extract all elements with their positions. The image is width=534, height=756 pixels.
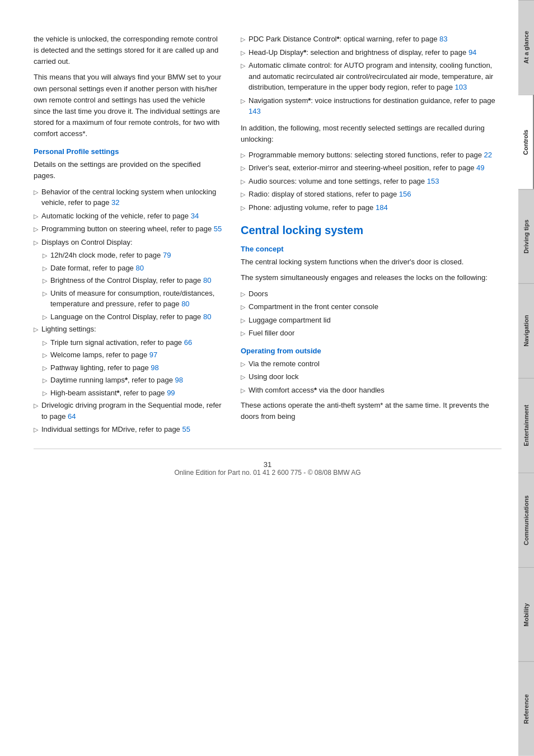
list-item: ▷ Drivelogic driving program in the Sequ… [34,400,224,422]
sidebar-item-mobility[interactable]: Mobility [518,567,534,662]
list-item: ▷ Triple turn signal activation, refer t… [43,337,224,348]
arrow-icon: ▷ [241,61,245,71]
link-80b[interactable]: 80 [203,276,211,284]
sidebar-tabs: At a glance Controls Driving tips Naviga… [518,0,534,756]
tab-label: Communications [523,495,530,545]
link-79[interactable]: 79 [163,251,171,259]
link-64[interactable]: 64 [68,412,76,421]
list-item: ▷ Pathway lighting, refer to page 98 [43,362,224,374]
tab-label: Mobility [523,603,530,627]
arrow-icon: ▷ [43,363,47,373]
arrow-icon: ▷ [34,401,38,410]
list-item: ▷ Luggage compartment lid [241,315,502,326]
tab-label: Controls [522,129,529,155]
arrow-icon: ▷ [43,289,47,298]
link-99[interactable]: 99 [167,389,175,397]
list-item: ▷ Programmable memory buttons: selecting… [241,150,502,161]
list-item: ▷ Phone: adjusting volume, refer to page… [241,202,502,213]
list-item: ▷ Using door lock [241,371,502,382]
list-item: ▷ Behavior of the central locking system… [34,186,224,208]
sidebar-item-navigation[interactable]: Navigation [518,283,534,378]
arrow-icon: ▷ [241,290,245,299]
link-83[interactable]: 83 [439,35,447,43]
arrow-icon: ▷ [34,188,38,197]
personal-profile-heading: Personal Profile settings [34,147,224,156]
arrow-icon: ▷ [241,203,245,213]
main-content: the vehicle is unlocked, the correspondi… [0,0,518,756]
list-item: ▷ Fuel filler door [241,328,502,339]
arrow-icon: ▷ [241,151,245,160]
arrow-icon: ▷ [241,96,245,106]
link-97[interactable]: 97 [149,351,157,359]
arrow-icon: ▷ [241,48,245,58]
arrow-icon: ▷ [34,238,38,248]
list-item: ▷ Navigation system*: voice instructions… [241,95,502,117]
list-item: ▷ With comfort access* via the door hand… [241,385,502,396]
recalled-intro: In addition, the following, most recentl… [241,123,502,145]
list-item: ▷ Lighting settings: [34,324,224,335]
locks-list: ▷ Doors ▷ Compartment in the front cente… [241,288,502,339]
arrow-icon: ▷ [43,251,47,260]
arrow-icon: ▷ [241,329,245,338]
arrow-icon: ▷ [241,190,245,199]
link-143[interactable]: 143 [249,107,261,115]
list-item: ▷ Language on the Control Display, refer… [43,311,224,323]
concept-heading: The concept [241,245,502,253]
link-49[interactable]: 49 [476,164,484,172]
sidebar-item-entertainment[interactable]: Entertainment [518,378,534,473]
link-32[interactable]: 32 [111,198,119,207]
intro-text-1: the vehicle is unlocked, the correspondi… [34,34,224,67]
right-column: ▷ PDC Park Distance Control*: optical wa… [241,34,502,437]
list-item: ▷ Brightness of the Control Display, ref… [43,275,224,286]
link-34[interactable]: 34 [191,212,199,220]
link-80d[interactable]: 80 [203,312,211,321]
link-98a[interactable]: 98 [151,363,158,372]
link-55a[interactable]: 55 [214,225,222,233]
arrow-icon: ▷ [34,425,38,435]
arrow-icon: ▷ [43,312,47,322]
list-item: ▷ Automatic climate control: for AUTO pr… [241,60,502,93]
link-153[interactable]: 153 [427,177,439,185]
list-item: ▷ 12h/24h clock mode, refer to page 79 [43,250,224,261]
link-55b[interactable]: 55 [182,425,190,433]
list-item: ▷ Displays on Control Display: [34,237,224,248]
link-80a[interactable]: 80 [135,264,143,272]
arrow-icon: ▷ [43,389,47,398]
link-98b[interactable]: 98 [175,376,183,384]
operating-text: These actions operate the anti-theft sys… [241,400,502,422]
sidebar-item-controls[interactable]: Controls [518,95,534,189]
central-locking-heading: Central locking system [241,224,502,237]
page-footer: 31 Online Edition for Part no. 01 41 2 6… [34,449,502,482]
left-column: the vehicle is unlocked, the correspondi… [34,34,224,437]
page-container: the vehicle is unlocked, the correspondi… [0,0,534,756]
sub-list-displays: ▷ 12h/24h clock mode, refer to page 79 ▷… [43,250,224,322]
arrow-icon: ▷ [43,276,47,286]
sidebar-item-communications[interactable]: Communications [518,473,534,567]
right-top-bullets: ▷ PDC Park Distance Control*: optical wa… [241,34,502,117]
link-80c[interactable]: 80 [181,300,189,308]
list-item: ▷ Daytime running lamps*, refer to page … [43,375,224,386]
sub-list-lighting: ▷ Triple turn signal activation, refer t… [43,337,224,399]
personal-profile-desc: Details on the settings are provided on … [34,159,224,181]
list-item: ▷ Via the remote control [241,358,502,370]
list-item: ▷ Head-Up Display*: selection and bright… [241,47,502,58]
intro-text-2: This means that you will always find you… [34,72,224,139]
arrow-icon: ▷ [34,225,38,234]
two-column-layout: the vehicle is unlocked, the correspondi… [34,34,502,437]
sidebar-item-at-a-glance[interactable]: At a glance [518,0,534,95]
link-156[interactable]: 156 [399,190,411,198]
sidebar-item-reference[interactable]: Reference [518,661,534,756]
link-66[interactable]: 66 [184,338,192,347]
sidebar-item-driving-tips[interactable]: Driving tips [518,189,534,284]
arrow-icon: ▷ [241,360,245,369]
link-184[interactable]: 184 [376,203,388,212]
arrow-icon: ▷ [43,351,47,360]
arrow-icon: ▷ [241,316,245,325]
link-22[interactable]: 22 [484,151,492,159]
list-item: ▷ Driver's seat, exterior-mirror and ste… [241,162,502,174]
list-item: ▷ Audio sources: volume and tone setting… [241,176,502,187]
link-94[interactable]: 94 [469,48,476,57]
arrow-icon: ▷ [34,325,38,334]
link-103[interactable]: 103 [455,83,467,91]
tab-label: Navigation [523,315,530,347]
